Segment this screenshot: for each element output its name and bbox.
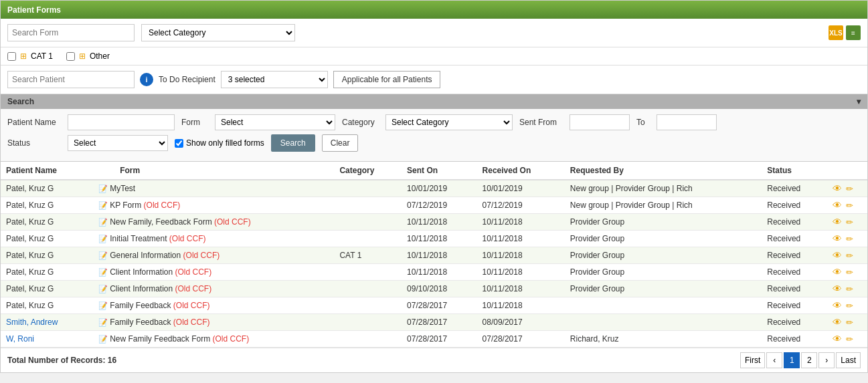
status-select[interactable]: Select Received Pending Sent: [68, 135, 168, 151]
edit-icon[interactable]: ✏: [846, 267, 853, 277]
edit-icon[interactable]: ✏: [846, 234, 853, 244]
cell-patient-name: Patel, Kruz G: [1, 214, 93, 231]
cell-sent-on: 10/01/2019: [402, 180, 477, 197]
old-ccf-label: (Old CCF): [181, 251, 220, 260]
cell-requested-by: [565, 314, 762, 331]
last-page-btn[interactable]: Last: [836, 352, 861, 368]
edit-icon[interactable]: ✏: [846, 201, 853, 211]
cell-sent-on: 07/28/2017: [402, 331, 477, 348]
view-icon[interactable]: 👁: [833, 233, 842, 244]
patient-name-link[interactable]: Smith, Andrew: [6, 317, 58, 327]
sent-to-input[interactable]: [657, 114, 717, 130]
cell-patient-name: Patel, Kruz G: [1, 231, 93, 247]
category-select-search[interactable]: Select Category CAT 1 Other: [385, 114, 513, 130]
next-page-btn[interactable]: ›: [818, 352, 835, 368]
cell-received-on: 07/12/2019: [477, 197, 565, 214]
view-icon[interactable]: 👁: [833, 200, 842, 211]
cell-received-on: 10/01/2019: [477, 180, 565, 197]
form-file-icon: 📝: [98, 201, 108, 209]
info-icon[interactable]: i: [140, 73, 153, 86]
applicable-all-patients-btn[interactable]: Applicable for all Patients: [333, 71, 441, 88]
patient-name-link[interactable]: W, Roni: [6, 334, 34, 344]
collapse-icon[interactable]: ▾: [857, 97, 861, 106]
current-page-btn[interactable]: 1: [784, 352, 800, 368]
edit-icon[interactable]: ✏: [846, 334, 853, 344]
old-ccf-label: (Old CCF): [173, 284, 211, 293]
cell-patient-name: Patel, Kruz G: [1, 297, 93, 314]
view-icon[interactable]: 👁: [833, 334, 842, 344]
recipient-select[interactable]: 3 selected: [221, 71, 328, 88]
sent-from-input[interactable]: [570, 114, 630, 130]
cell-sent-on: 07/28/2017: [402, 297, 477, 314]
cell-sent-on: 10/11/2018: [402, 247, 477, 264]
show-filled-checkbox[interactable]: [175, 139, 183, 148]
cell-requested-by: New group | Provider Group | Rich: [565, 180, 762, 197]
view-icon[interactable]: 👁: [833, 217, 842, 227]
edit-icon[interactable]: ✏: [846, 184, 853, 194]
col-status: Status: [762, 162, 827, 180]
cell-category: [334, 231, 402, 247]
form-file-icon: 📝: [98, 285, 108, 293]
cell-requested-by: Provider Group: [565, 264, 762, 281]
search-patient-input[interactable]: [7, 71, 135, 88]
cell-requested-by: Provider Group: [565, 214, 762, 231]
layers-icon[interactable]: ≡: [846, 25, 861, 40]
edit-icon[interactable]: ✏: [846, 317, 853, 328]
search-section: Search ▾ Patient Name Form Select MyTest…: [1, 94, 867, 162]
cell-patient-name: Patel, Kruz G: [1, 247, 93, 264]
edit-icon[interactable]: ✏: [846, 301, 853, 311]
view-icon[interactable]: 👁: [833, 183, 842, 194]
other-checkbox[interactable]: [66, 52, 75, 61]
cell-form: 📝Initial Treatment (Old CCF): [93, 231, 334, 247]
cell-patient-name: Smith, Andrew: [1, 314, 93, 331]
form-name: MyTest: [110, 184, 135, 193]
first-page-btn[interactable]: First: [740, 352, 765, 368]
clear-btn[interactable]: Clear: [322, 134, 359, 152]
cell-patient-name: Patel, Kruz G: [1, 180, 93, 197]
table-body: Patel, Kruz G📝MyTest10/01/201910/01/2019…: [1, 180, 867, 348]
edit-icon[interactable]: ✏: [846, 217, 853, 227]
search-btn[interactable]: Search: [271, 134, 315, 152]
action-icons: 👁✏: [833, 217, 862, 227]
cell-status: Received: [762, 180, 827, 197]
search-body: Patient Name Form Select MyTest KP Form …: [1, 109, 867, 161]
category-select-top[interactable]: Select CategoryCAT 1Other: [141, 24, 295, 41]
patient-forms-container: Patient Forms Select CategoryCAT 1Other …: [0, 0, 868, 373]
cell-received-on: 07/28/2017: [477, 331, 565, 348]
view-icon[interactable]: 👁: [833, 283, 842, 294]
cat1-checkbox[interactable]: [7, 52, 16, 61]
form-name: Initial Treatment: [110, 234, 167, 243]
view-icon[interactable]: 👁: [833, 267, 842, 277]
view-icon[interactable]: 👁: [833, 317, 842, 328]
search-form-input[interactable]: [7, 24, 135, 41]
edit-icon[interactable]: ✏: [846, 251, 853, 261]
total-records-text: Total Number of Records: 16: [7, 356, 116, 365]
cell-requested-by: Provider Group: [565, 281, 762, 297]
cell-actions: 👁✏: [827, 197, 867, 214]
form-name: New Family Feedback Form: [110, 334, 210, 344]
cell-category: [334, 281, 402, 297]
cell-received-on: 10/11/2018: [477, 214, 565, 231]
table-row: Patel, Kruz G📝KP Form (Old CCF)07/12/201…: [1, 197, 867, 214]
view-icon[interactable]: 👁: [833, 250, 842, 261]
search-row-2: Status Select Received Pending Sent Show…: [7, 134, 861, 152]
excel-export-icon[interactable]: XLS: [829, 25, 843, 40]
edit-icon[interactable]: ✏: [846, 284, 853, 294]
cell-status: Received: [762, 314, 827, 331]
view-icon[interactable]: 👁: [833, 300, 842, 311]
form-label: Form: [181, 118, 208, 127]
cell-actions: 👁✏: [827, 214, 867, 231]
cell-sent-on: 10/11/2018: [402, 214, 477, 231]
cell-category: [334, 297, 402, 314]
action-icons: 👁✏: [833, 317, 862, 328]
show-filled-checkbox-item: Show only filled forms: [175, 138, 264, 148]
cell-received-on: 10/11/2018: [477, 231, 565, 247]
table-row: Patel, Kruz G📝Initial Treatment (Old CCF…: [1, 231, 867, 247]
cell-status: Received: [762, 297, 827, 314]
form-select[interactable]: Select MyTest KP Form New Family, Feedba…: [215, 114, 335, 130]
patient-name-input[interactable]: [68, 114, 175, 130]
next-page-num-btn[interactable]: 2: [801, 352, 817, 368]
prev-page-btn[interactable]: ‹: [766, 352, 782, 368]
cell-form: 📝Client Information (Old CCF): [93, 281, 334, 297]
action-icons: 👁✏: [833, 183, 862, 194]
